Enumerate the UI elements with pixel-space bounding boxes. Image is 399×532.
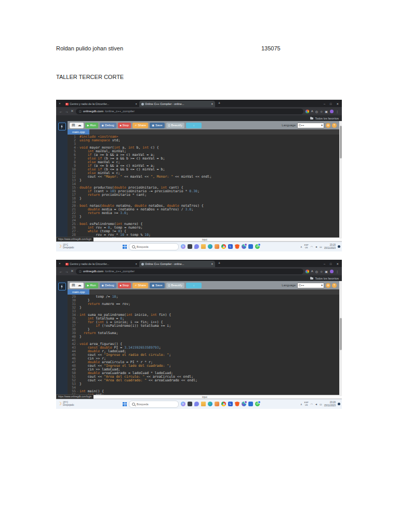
chrome-icon[interactable] [221, 244, 226, 249]
keyboard-language[interactable]: ESP US [304, 244, 309, 249]
bookmark-star-icon[interactable]: ☆ [320, 270, 323, 273]
tab-online-cpp-compiler[interactable]: Online C++ Compiler - online... × [139, 261, 215, 267]
scrollbar-thumb[interactable] [340, 318, 342, 350]
file-explorer-icon[interactable] [201, 244, 206, 249]
site-info-icon[interactable]: ⓘ [79, 270, 82, 273]
close-tab-icon[interactable]: × [211, 102, 213, 105]
volume-icon[interactable]: ◄ [315, 403, 317, 406]
forward-button[interactable]: → [65, 270, 69, 273]
tray-caret-icon[interactable]: ∧ [300, 403, 302, 406]
bookmark-star-icon[interactable]: ☆ [320, 110, 323, 113]
site-info-icon[interactable]: ⓘ [79, 110, 82, 113]
task-view-icon[interactable] [188, 244, 192, 249]
forward-button[interactable]: → [65, 110, 69, 113]
tab-circunferencia[interactable]: ▶ Centro y radio de la Circunfer... × [63, 261, 139, 267]
extension-icon[interactable] [305, 110, 309, 113]
edge-profile-icon[interactable] [242, 402, 246, 406]
bolt-icon[interactable] [58, 283, 66, 290]
close-window-button[interactable]: ✕ [336, 262, 339, 265]
edge-icon[interactable] [208, 244, 212, 249]
close-window-button[interactable]: ✕ [336, 102, 339, 105]
new-tab-button[interactable]: + [217, 101, 222, 106]
maximize-button[interactable]: □ [330, 102, 331, 105]
close-tab-icon[interactable]: × [211, 262, 213, 265]
whatsapp-icon[interactable]: ☏ [255, 402, 260, 406]
tab-search-icon[interactable]: ▾ [57, 101, 62, 106]
zoom-icon[interactable]: ◎ [315, 270, 318, 273]
new-file-icon[interactable]: ▤ [72, 123, 75, 127]
settings-icon[interactable]: ⚙ [326, 283, 330, 288]
translate-icon[interactable]: A [311, 110, 313, 113]
save-button[interactable]: ▣ Save [150, 283, 164, 288]
side-panel-icon[interactable]: ▣ [325, 110, 328, 113]
chrome-icon[interactable] [221, 402, 226, 406]
bolt-icon[interactable] [58, 123, 66, 130]
file-tab-main-cpp[interactable]: main.cpp [68, 289, 89, 295]
download-button[interactable]: ↓ [186, 123, 202, 128]
debug-button[interactable]: ◉ Debug [100, 123, 116, 128]
windows-start-icon[interactable] [123, 402, 127, 406]
tab-online-cpp-compiler[interactable]: Online C++ Compiler - online... × [139, 101, 215, 107]
stop-loading-button[interactable]: ✕ [71, 269, 74, 273]
save-button[interactable]: ▣ Save [150, 123, 164, 128]
address-bar[interactable]: ⓘ onlinegdb.com /online_c++_compiler [76, 269, 303, 274]
copilot-icon[interactable]: b [181, 244, 185, 249]
whatsapp-icon[interactable]: ☏ [255, 244, 260, 249]
linkedin-icon[interactable]: L [228, 402, 233, 406]
phone-link-icon[interactable] [248, 402, 253, 406]
taskbar-search[interactable]: Búsqueda [129, 401, 179, 408]
battery-icon[interactable]: ▭ [320, 245, 322, 248]
upload-icon[interactable]: ☁ [78, 123, 82, 127]
new-file-icon[interactable]: ▤ [72, 283, 75, 287]
maximize-button[interactable]: □ [330, 262, 331, 265]
windows-start-icon[interactable] [123, 245, 127, 249]
brave-icon[interactable] [235, 402, 240, 406]
weather-widget[interactable]: ☽ 15°C Despejado [58, 401, 74, 407]
input-panel-header[interactable]: input [68, 395, 342, 399]
help-icon[interactable]: ? [332, 123, 337, 128]
share-button[interactable]: ⇗ Share [132, 123, 148, 128]
run-button[interactable]: ▶ Run [85, 123, 98, 128]
clock[interactable]: 23:20 15/11/2023 [324, 401, 336, 407]
back-button[interactable]: ← [59, 110, 63, 113]
stop-button[interactable]: ■ Stop [118, 283, 131, 288]
brave-icon[interactable] [235, 244, 240, 249]
teams-chat-icon[interactable] [194, 244, 199, 249]
settings-icon[interactable]: ⚙ [326, 123, 330, 128]
battery-icon[interactable]: ▭ [320, 403, 322, 406]
volume-icon[interactable]: ◄ [315, 245, 317, 248]
code-editor[interactable]: 29 temp /= 10;30 }31 return numero == re… [68, 295, 342, 395]
menu-kebab-icon[interactable]: ⋮ [336, 110, 339, 113]
language-select[interactable]: C++ ▾ [297, 123, 324, 128]
scrollbar-thumb[interactable] [340, 126, 342, 158]
edge-icon[interactable] [208, 402, 212, 406]
notification-bell-icon[interactable] [338, 245, 340, 248]
minimize-button[interactable]: – [324, 262, 325, 265]
beautify-button[interactable]: {} Beautify [166, 283, 184, 288]
upload-icon[interactable]: ☁ [78, 283, 82, 287]
taskbar-search[interactable]: Búsqueda [129, 243, 179, 250]
beautify-button[interactable]: {} Beautify [166, 123, 184, 128]
language-select[interactable]: C++ ▾ [297, 283, 324, 288]
tab-search-icon[interactable]: ▾ [57, 261, 62, 266]
back-button[interactable]: ← [59, 270, 63, 273]
input-panel-header[interactable]: input [68, 237, 342, 242]
clock[interactable]: 23:20 15/11/2023 [324, 244, 336, 249]
task-view-icon[interactable] [188, 402, 192, 406]
extension-icon[interactable] [305, 270, 309, 273]
wifi-icon[interactable]: ◠ [311, 245, 313, 248]
stop-loading-button[interactable]: ✕ [71, 109, 74, 113]
phone-link-icon[interactable] [248, 244, 253, 249]
file-explorer-icon[interactable] [201, 402, 206, 406]
linkedin-icon[interactable]: L [228, 244, 233, 249]
close-tab-icon[interactable]: × [135, 262, 137, 265]
debug-button[interactable]: ◉ Debug [100, 283, 116, 288]
bookmarks-label[interactable]: Todos los favoritos [315, 277, 339, 280]
minimize-button[interactable]: – [324, 102, 325, 105]
file-tab-main-cpp[interactable]: main.cpp [68, 129, 89, 135]
tray-caret-icon[interactable]: ∧ [300, 245, 302, 248]
editor-scrollbar[interactable] [339, 281, 342, 396]
stop-button[interactable]: ■ Stop [118, 123, 131, 128]
edge-profile-icon[interactable] [242, 244, 246, 249]
photos-icon[interactable] [215, 402, 219, 406]
